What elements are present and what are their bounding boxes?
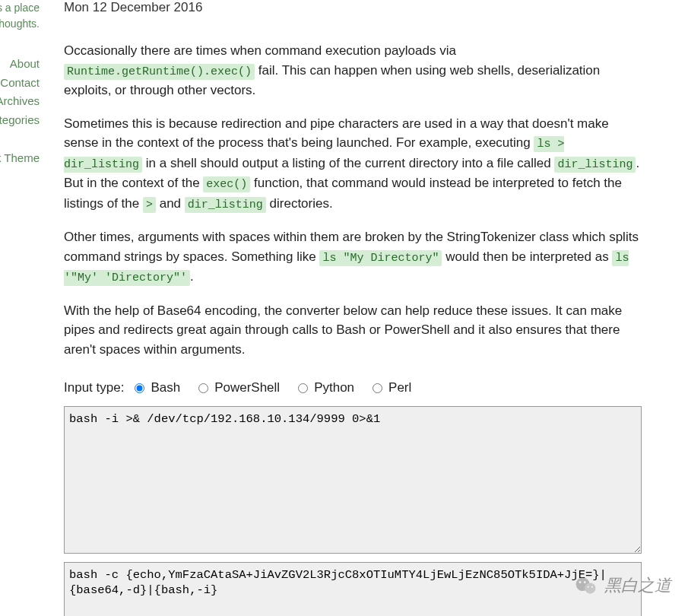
sidebar-description: is a place thoughts. <box>0 0 40 32</box>
radio-perl[interactable] <box>373 383 382 393</box>
p1-text-a: Occasionally there are times when comman… <box>64 43 456 58</box>
code-gt: > <box>143 197 156 213</box>
svg-point-5 <box>591 586 593 588</box>
code-dir-listing-2: dir_listing <box>185 197 266 213</box>
command-input-textarea[interactable] <box>64 406 642 554</box>
input-type-label: Input type: <box>64 380 124 395</box>
radio-python[interactable] <box>298 383 308 393</box>
sidebar: is a place thoughts. About Contact Archi… <box>0 0 40 166</box>
radio-powershell-label[interactable]: PowerShell <box>214 380 280 395</box>
theme-toggle-link[interactable]: k Theme <box>0 151 40 164</box>
p2-text-a: Sometimes this is because redirection an… <box>64 116 609 151</box>
svg-point-2 <box>579 581 582 583</box>
p2-text-f: directories. <box>266 196 333 211</box>
svg-point-3 <box>584 581 586 583</box>
paragraph-4: With the help of Base64 encoding, the co… <box>64 301 643 360</box>
sidebar-link-archives[interactable]: Archives <box>0 92 40 111</box>
radio-bash[interactable] <box>135 383 144 393</box>
radio-perl-label[interactable]: Perl <box>388 380 411 395</box>
wechat-icon <box>574 573 598 598</box>
sidebar-desc-line1: is a place <box>0 2 40 14</box>
command-output-textarea[interactable] <box>64 562 642 616</box>
svg-point-1 <box>585 583 595 593</box>
main-content: Mon 12 December 2016 Occasionally there … <box>64 0 643 616</box>
paragraph-1: Occasionally there are times when comman… <box>64 41 643 100</box>
svg-point-4 <box>588 586 589 588</box>
sidebar-link-categories[interactable]: ategories <box>0 111 40 130</box>
p2-text-e: and <box>156 196 185 211</box>
article-date: Mon 12 December 2016 <box>64 0 643 15</box>
sidebar-link-about[interactable]: About <box>0 55 40 74</box>
p3-text-b: would then be interpreted as <box>442 249 612 264</box>
radio-bash-label[interactable]: Bash <box>151 380 180 395</box>
p2-text-b: in a shell should output a listing of th… <box>142 156 554 170</box>
paragraph-3: Other times, arguments with spaces withi… <box>64 227 643 287</box>
paragraph-2: Sometimes this is because redirection an… <box>64 114 643 214</box>
input-type-row: Input type: Bash PowerShell Python Perl <box>64 380 643 395</box>
watermark-text: 黑白之道 <box>604 574 671 597</box>
code-runtime-exec: Runtime.getRuntime().exec() <box>64 64 255 80</box>
article-body: Occasionally there are times when comman… <box>64 41 643 359</box>
sidebar-links: About Contact Archives ategories <box>0 55 40 129</box>
sidebar-desc-line2: thoughts. <box>0 17 40 30</box>
radio-powershell[interactable] <box>198 383 208 393</box>
code-ls-mydir: ls "My Directory" <box>319 250 442 266</box>
sidebar-theme: k Theme <box>0 151 40 166</box>
p3-text-c: . <box>190 269 194 284</box>
code-exec: exec() <box>203 176 250 192</box>
radio-python-label[interactable]: Python <box>314 380 354 395</box>
sidebar-link-contact[interactable]: Contact <box>0 74 40 93</box>
code-dir-listing-1: dir_listing <box>554 157 636 173</box>
watermark: 黑白之道 <box>574 573 671 598</box>
